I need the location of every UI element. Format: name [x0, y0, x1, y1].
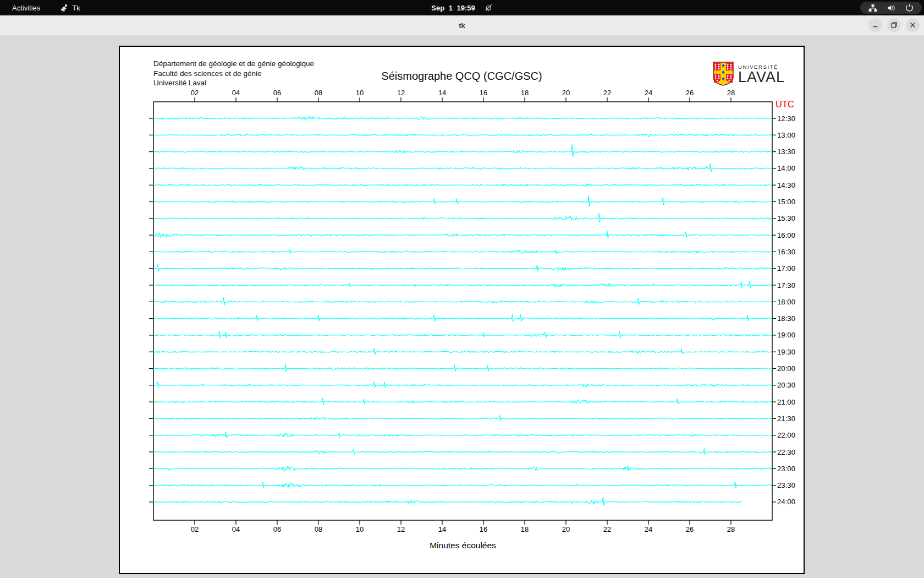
x-tick-label-top: 22	[603, 89, 611, 97]
utc-time-label: 17:00	[777, 264, 795, 272]
seismo-trace-13:00	[153, 134, 772, 137]
seismo-trace-16:30	[153, 249, 772, 253]
seismo-trace-15:30	[153, 213, 772, 223]
minimize-icon	[872, 21, 879, 29]
seismo-trace-15:00	[153, 195, 772, 207]
clock[interactable]: Sep 1 19:59	[431, 4, 475, 12]
power-icon	[905, 4, 914, 12]
minimize-button[interactable]	[868, 18, 882, 32]
x-tick-label-bottom: 14	[438, 525, 446, 533]
x-tick-label-bottom: 26	[686, 525, 694, 533]
system-status-area[interactable]	[860, 2, 922, 14]
seismo-trace-16:00	[153, 231, 772, 238]
x-tick-label-bottom: 16	[480, 525, 487, 533]
x-tick-label-top: 10	[356, 89, 364, 97]
seismo-trace-20:00	[153, 364, 772, 372]
utc-axis-label: UTC	[776, 99, 794, 109]
utc-time-label: 12:30	[777, 114, 795, 123]
utc-time-label: 21:30	[777, 415, 795, 423]
x-tick-label-top: 28	[727, 89, 735, 97]
utc-time-label: 18:30	[777, 314, 795, 323]
utc-time-label: 22:30	[777, 448, 795, 456]
seismo-trace-23:00	[153, 465, 772, 471]
utc-time-label: 16:00	[777, 231, 795, 239]
plot-frame	[153, 102, 772, 520]
x-tick-label-bottom: 06	[273, 525, 281, 533]
activities-button[interactable]: Activities	[9, 4, 43, 12]
seismo-trace-21:00	[153, 398, 772, 405]
seismo-trace-13:30	[153, 144, 772, 158]
x-tick-label-top: 20	[562, 89, 570, 97]
x-tick-label-bottom: 22	[603, 525, 611, 533]
x-tick-label-top: 16	[480, 89, 487, 97]
close-icon	[909, 21, 916, 29]
x-tick-label-top: 24	[645, 89, 652, 97]
utc-time-label: 23:00	[777, 465, 795, 473]
seismo-trace-14:30	[153, 184, 772, 187]
screen: Activities Tk Sep 1 19:59	[0, 0, 924, 578]
x-tick-label-top: 26	[686, 89, 694, 97]
close-button[interactable]	[906, 18, 920, 32]
x-tick-label-bottom: 24	[645, 525, 652, 533]
utc-time-label: 21:00	[777, 398, 795, 406]
network-wired-icon	[868, 4, 877, 12]
x-tick-label-top: 06	[273, 89, 281, 97]
tk-app-icon	[60, 4, 68, 12]
seismo-trace-22:00	[153, 432, 772, 438]
seismo-trace-18:30	[153, 314, 772, 322]
maximize-icon	[890, 21, 898, 29]
x-tick-label-top: 04	[232, 89, 240, 97]
gnome-top-bar: Activities Tk Sep 1 19:59	[0, 0, 924, 15]
notifications-disabled-icon	[484, 3, 493, 12]
x-axis-title: Minutes écoulées	[430, 541, 496, 550]
seismo-trace-21:30	[153, 415, 772, 421]
utc-time-label: 23:30	[777, 481, 795, 489]
utc-time-label: 20:30	[777, 381, 795, 389]
seismograph-plot: 0202040406060808101012121414161618182020…	[120, 47, 804, 573]
utc-time-label: 13:00	[777, 131, 795, 139]
utc-time-label: 13:30	[777, 148, 795, 156]
x-tick-label-bottom: 20	[562, 525, 570, 533]
seismo-trace-19:30	[153, 348, 772, 355]
utc-time-label: 24:00	[777, 498, 795, 506]
window-title: tk	[459, 21, 465, 30]
window-titlebar[interactable]: tk	[0, 15, 924, 36]
x-tick-label-bottom: 18	[521, 525, 529, 533]
utc-time-label: 19:30	[777, 348, 795, 356]
seismo-trace-14:00	[153, 163, 772, 172]
seismo-trace-17:00	[153, 265, 772, 271]
seismo-trace-22:30	[153, 448, 772, 455]
utc-time-label: 14:00	[777, 164, 795, 172]
seismo-trace-12:30	[153, 117, 772, 120]
app-indicator-label: Tk	[72, 4, 80, 12]
utc-time-label: 18:00	[777, 298, 795, 306]
seismo-trace-23:30	[153, 482, 772, 488]
x-tick-label-top: 14	[438, 89, 446, 97]
seismo-trace-19:00	[153, 331, 772, 338]
utc-time-label: 22:00	[777, 431, 795, 439]
utc-time-label: 16:30	[777, 248, 795, 256]
x-tick-label-bottom: 08	[315, 525, 322, 533]
seismograph-panel: Département de géologie et de génie géol…	[119, 46, 805, 574]
running-app-indicator[interactable]: Tk	[60, 4, 80, 12]
maximize-button[interactable]	[887, 18, 901, 32]
utc-time-label: 15:00	[777, 198, 795, 206]
seismo-trace-17:30	[153, 281, 772, 288]
utc-time-label: 15:30	[777, 214, 795, 222]
utc-time-label: 20:00	[777, 364, 795, 373]
utc-time-label: 17:30	[777, 281, 795, 290]
x-tick-label-top: 02	[191, 89, 199, 97]
x-tick-label-bottom: 12	[397, 525, 405, 533]
x-tick-label-top: 18	[521, 89, 529, 97]
x-tick-label-bottom: 28	[727, 525, 735, 533]
x-tick-label-bottom: 10	[356, 525, 364, 533]
utc-time-label: 14:30	[777, 181, 795, 189]
x-tick-label-bottom: 04	[232, 525, 240, 533]
x-tick-label-bottom: 02	[191, 525, 199, 533]
utc-time-label: 19:00	[777, 331, 795, 339]
x-tick-label-top: 12	[397, 89, 405, 97]
tk-window-content: Département de géologie et de génie géol…	[0, 35, 924, 578]
volume-icon	[887, 4, 896, 12]
seismo-trace-24:00	[153, 497, 741, 506]
seismo-trace-20:30	[153, 381, 772, 388]
